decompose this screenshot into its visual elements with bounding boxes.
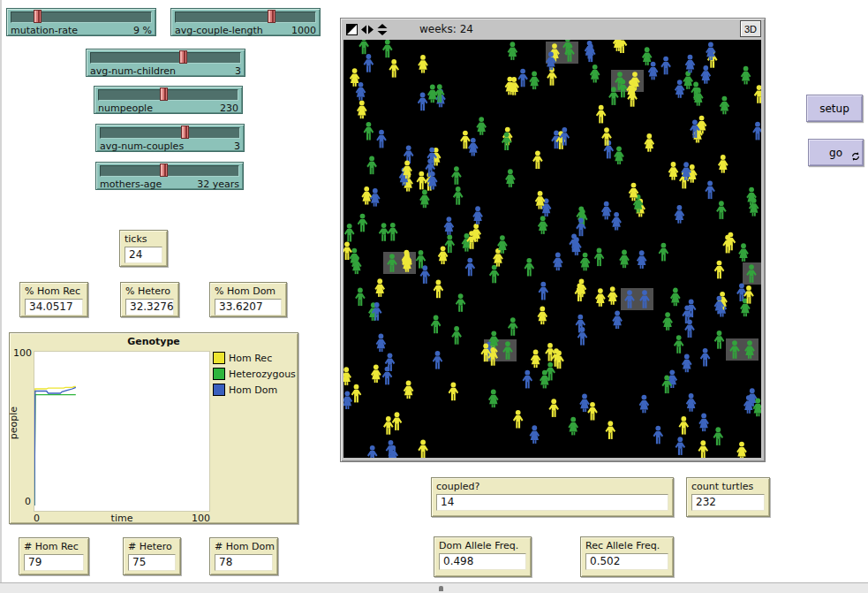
monitor-label: % Hom Rec [25,285,83,297]
person-glyph [720,96,730,115]
person-glyph [614,146,624,164]
slider-track[interactable] [11,11,152,23]
slider-handle[interactable] [160,163,168,177]
view-3d-button[interactable]: 3D [740,20,761,37]
world-canvas[interactable] [343,40,761,458]
person-glyph [364,122,374,141]
person-glyph [700,348,711,367]
person-glyph [505,169,516,187]
person-glyph [675,205,685,224]
person-glyph [389,59,399,78]
person-glyph [456,293,466,312]
person-glyph [662,312,673,331]
slider-track[interactable] [98,89,238,101]
person-glyph [714,331,725,349]
person-glyph [379,223,389,241]
slider-mutation-rate[interactable]: mutation-rate9 % [6,8,156,36]
person-glyph [374,278,385,297]
person-glyph [606,421,616,439]
person-glyph [532,150,543,169]
horizontal-cycle-icon[interactable] [361,25,374,34]
person-glyph [529,72,540,90]
monitor-label: coupled? [436,481,668,492]
slider-track[interactable] [100,127,240,139]
slider-handle[interactable] [160,87,168,101]
person-glyph [545,343,555,361]
monitor-value: 34.0517 [25,299,83,316]
slider-handle[interactable] [179,50,187,64]
person-glyph [682,354,692,373]
vertical-cycle-icon[interactable] [377,24,388,35]
person-glyph [595,288,606,307]
slider-numpeople[interactable]: numpeople230 [94,86,243,114]
person-glyph [376,334,387,353]
person-glyph [740,299,751,317]
resize-view-icon[interactable] [346,24,358,35]
monitor-label: # Hom Dom [215,541,273,552]
legend-item: Heterozygous [213,368,296,380]
monitor-num-hom-rec: # Hom Rec 79 [19,537,89,575]
setup-button[interactable]: setup [806,95,863,122]
person-glyph [361,186,372,205]
person-glyph [427,85,438,103]
legend-label: Hom Dom [229,384,277,396]
monitor-dom-allele-freq: Dom Allele Freq. 0.498 [434,536,532,577]
person-glyph [548,399,559,417]
go-button[interactable]: go [808,139,864,166]
person-glyph [367,445,378,458]
person-glyph [531,350,541,369]
person-glyph [659,243,669,262]
person-glyph [538,307,548,325]
slider-track[interactable] [90,52,241,64]
person-glyph [449,383,459,401]
person-glyph [701,65,712,84]
monitor-label: # Hom Rec [24,541,84,552]
monitor-value: 78 [215,554,273,571]
slider-value: 32 years [197,179,239,190]
slider-avg-couple-length[interactable]: avg-couple-length1000 [170,8,321,36]
monitor-num-hetero: # Hetero 75 [123,537,181,575]
view-header: weeks: 24 3D [341,19,765,40]
monitor-value: 14 [436,494,668,511]
slider-track[interactable] [100,165,239,177]
person-glyph [579,394,590,413]
person-glyph [585,44,596,63]
slider-track[interactable] [175,11,316,23]
person-glyph [716,201,727,219]
person-glyph [453,186,464,205]
slider-avg-num-couples[interactable]: avg-num-couples3 [95,124,245,152]
person-glyph [404,381,414,399]
monitor-rec-allele-freq: Rec Allele Freq. 0.502 [580,536,674,577]
plot-line-hom-rec [34,387,76,506]
person-glyph [356,82,366,101]
slider-label: mothers-age [100,179,162,190]
person-glyph [351,384,362,403]
slider-value: 9 % [133,25,152,36]
person-glyph [431,316,442,334]
person-glyph [370,188,381,207]
person-glyph [434,280,444,299]
person-glyph [645,133,655,152]
slider-handle[interactable] [181,125,189,139]
go-button-label: go [829,147,842,159]
monitor-label: % Hom Dom [215,285,282,297]
legend-item: Hom Rec [213,352,296,364]
person-glyph [489,265,500,284]
monitor-value: 232 [691,494,765,511]
y-axis-tick-max: 100 [13,347,31,359]
person-glyph [418,55,428,73]
person-glyph [382,40,393,57]
legend-swatch-hom-rec [213,352,225,364]
slider-mothers-age[interactable]: mothers-age32 years [95,162,244,190]
person-glyph [619,250,630,269]
person-glyph [364,54,374,72]
person-glyph [698,440,709,458]
slider-handle[interactable] [268,10,275,23]
monitor-pct-hom-rec: % Hom Rec 34.0517 [19,282,88,317]
slider-handle[interactable] [34,10,42,23]
slider-avg-num-children[interactable]: avg-num-children3 [86,49,245,77]
person-glyph [611,212,622,231]
person-glyph [530,425,540,444]
person-glyph [580,253,591,271]
person-glyph [686,393,697,412]
